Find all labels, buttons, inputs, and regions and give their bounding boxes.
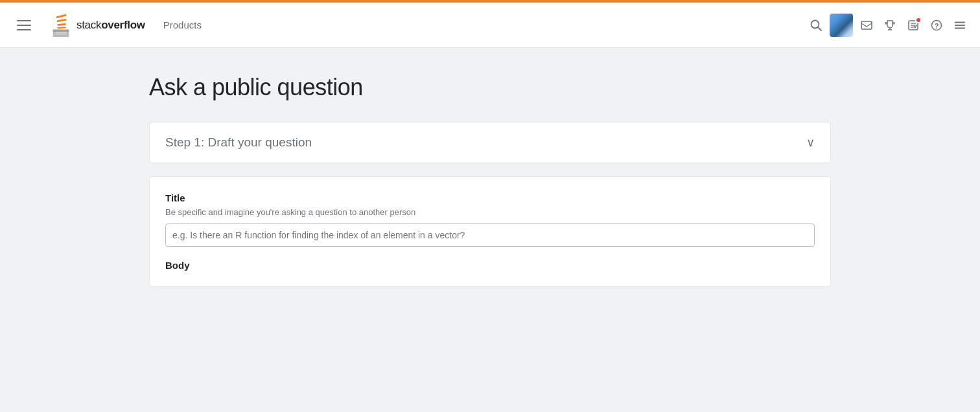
more-icon bbox=[954, 19, 966, 31]
logo-text: stackoverflow bbox=[76, 19, 145, 32]
svg-rect-1 bbox=[53, 29, 69, 32]
svg-rect-6 bbox=[56, 14, 66, 18]
header-right: ? bbox=[806, 14, 970, 37]
help-icon: ? bbox=[931, 19, 942, 31]
site-header: stackoverflow Products bbox=[0, 3, 980, 48]
so-logo-icon bbox=[51, 14, 71, 37]
step1-title: Step 1: Draft your question bbox=[165, 135, 312, 150]
svg-rect-21 bbox=[955, 27, 965, 29]
inbox-icon bbox=[861, 19, 872, 31]
achievements-button[interactable] bbox=[880, 16, 900, 35]
site-logo[interactable]: stackoverflow bbox=[51, 14, 145, 37]
header-left: stackoverflow Products bbox=[10, 14, 207, 37]
inbox-button[interactable] bbox=[857, 16, 876, 35]
svg-rect-10 bbox=[861, 21, 872, 29]
step1-header[interactable]: Step 1: Draft your question ∨ bbox=[150, 122, 830, 163]
page-title: Ask a public question bbox=[149, 74, 831, 101]
svg-rect-2 bbox=[55, 32, 66, 33]
main-content: Ask a public question Step 1: Draft your… bbox=[134, 48, 846, 313]
svg-rect-20 bbox=[955, 25, 965, 26]
title-form-card: Title Be specific and imagine you're ask… bbox=[149, 176, 831, 287]
hamburger-icon bbox=[13, 16, 35, 34]
trophy-icon bbox=[884, 19, 896, 31]
review-queues-button[interactable] bbox=[904, 16, 923, 35]
svg-rect-19 bbox=[955, 21, 965, 23]
help-button[interactable]: ? bbox=[927, 16, 946, 35]
products-link[interactable]: Products bbox=[158, 16, 207, 34]
search-button[interactable] bbox=[806, 16, 826, 35]
step1-card: Step 1: Draft your question ∨ bbox=[149, 122, 831, 163]
svg-line-9 bbox=[818, 27, 821, 30]
title-field-label: Title bbox=[165, 192, 815, 203]
search-icon bbox=[810, 19, 822, 31]
title-field-description: Be specific and imagine you're asking a … bbox=[165, 207, 815, 217]
notification-badge bbox=[915, 17, 922, 23]
svg-text:?: ? bbox=[935, 21, 939, 29]
svg-rect-7 bbox=[57, 27, 65, 29]
svg-rect-4 bbox=[57, 23, 65, 25]
svg-rect-5 bbox=[56, 18, 66, 21]
hamburger-menu-button[interactable] bbox=[10, 14, 38, 37]
user-avatar-button[interactable] bbox=[830, 14, 853, 37]
svg-rect-3 bbox=[55, 34, 66, 34]
body-field-label: Body bbox=[165, 247, 815, 271]
chevron-down-icon: ∨ bbox=[806, 135, 815, 150]
user-avatar-image bbox=[830, 14, 853, 37]
title-input[interactable] bbox=[165, 223, 815, 247]
more-options-button[interactable] bbox=[950, 16, 970, 35]
